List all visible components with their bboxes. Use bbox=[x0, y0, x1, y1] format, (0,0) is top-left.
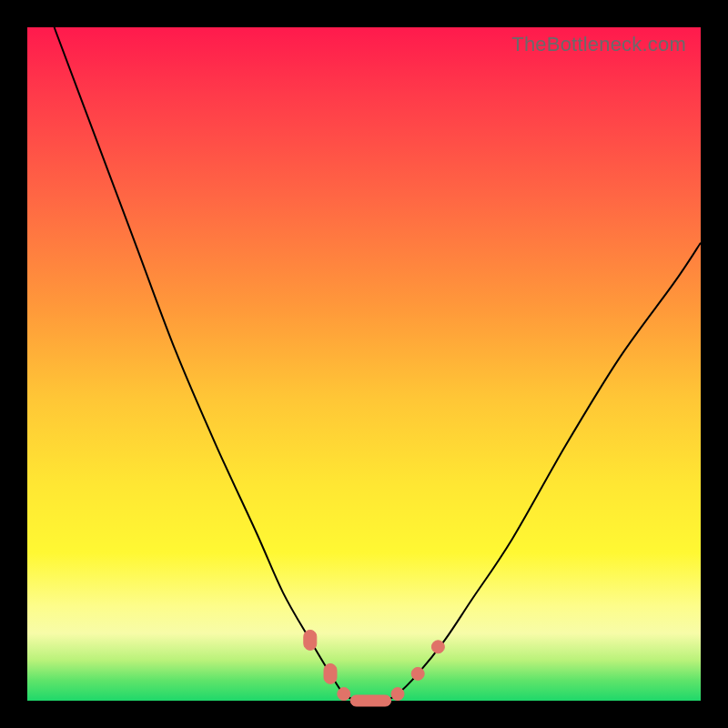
curve-marker bbox=[391, 688, 404, 701]
plot-area: TheBottleneck.com bbox=[27, 27, 701, 701]
chart-frame: TheBottleneck.com bbox=[0, 0, 728, 728]
curve-svg bbox=[27, 27, 701, 701]
curve-marker bbox=[324, 663, 337, 683]
curve-marker bbox=[338, 688, 350, 701]
curve-marker bbox=[431, 641, 444, 653]
curve-marker bbox=[304, 630, 317, 650]
curve-marker bbox=[411, 667, 424, 680]
bottleneck-curve bbox=[55, 27, 701, 702]
curve-marker bbox=[350, 695, 390, 706]
